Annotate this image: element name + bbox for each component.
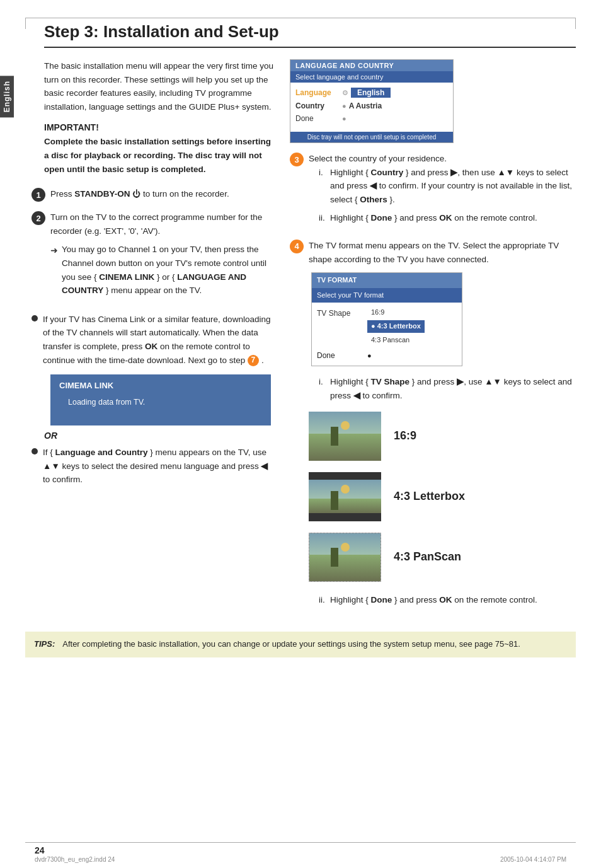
tv-done-dot: ● — [367, 350, 372, 362]
shape-name-panscan: 4:3 PanScan — [394, 548, 461, 566]
important-body: Complete the basic installation settings… — [44, 135, 277, 176]
tips-box: TIPS: After completing the basic install… — [25, 632, 576, 657]
cinema-link-body: Loading data from TV. — [59, 398, 262, 407]
important-box: IMPORTANT! Complete the basic installati… — [44, 122, 277, 176]
step-1-num: 1 — [31, 188, 45, 202]
step-3-sub-i: i. Highlight { Country } and press , the… — [319, 166, 576, 207]
step-3-sub-ii: ii. Highlight { Done } and press OK on t… — [319, 211, 576, 225]
step-3-sub-ii-content: Highlight { Done } and press OK on the r… — [330, 211, 576, 225]
language-label: Language — [295, 88, 340, 97]
keys-to-select-text: keys to select and press — [330, 377, 572, 400]
dot-2-content: If { Language and Country } menu appears… — [43, 446, 277, 487]
thumb-169 — [309, 412, 381, 461]
tv-shapes: 16:9 — [309, 412, 576, 582]
sidebar-label: English — [0, 76, 14, 117]
tv-done-row: Done ● — [317, 350, 457, 362]
lang-gear-icon: ⚙ — [342, 89, 348, 97]
country-label: Country — [295, 101, 340, 110]
step-2-content: Turn on the TV to the correct programme … — [50, 211, 277, 304]
lang-country-box: LANGUAGE AND COUNTRY Select language and… — [290, 59, 454, 143]
step-4-sub-i-content: Highlight { TV Shape } and press , use k… — [330, 375, 576, 402]
tv-shape-label: TV Shape — [317, 306, 367, 320]
ui-notice: Disc tray will not open until setup is c… — [290, 132, 453, 142]
step-4-num: 4 — [290, 240, 304, 253]
step-3-num: 3 — [290, 153, 304, 166]
step-1-content: Press STANDBY-ON ⏻ to turn on the record… — [50, 187, 277, 201]
step-4-sub-ii-label: ii. — [319, 593, 330, 607]
dot-bullet-1: If your TV has Cinema Link or a similar … — [25, 313, 277, 367]
thumb-panscan — [309, 533, 381, 582]
footer-file: dvdr7300h_eu_eng2.indd 24 — [35, 856, 115, 863]
dot-bullet-2: If { Language and Country } menu appears… — [25, 446, 277, 487]
step-2: 2 Turn on the TV to the correct programm… — [31, 211, 277, 304]
done-row: Done ● — [295, 114, 448, 123]
step-1: 1 Press STANDBY-ON ⏻ to turn on the reco… — [31, 187, 277, 202]
tv-shape-options: 16:9 ● 4:3 Letterbox 4:3 Panscan — [367, 306, 425, 346]
tips-text: After completing the basic installation,… — [62, 638, 520, 651]
country-value: A Austria — [349, 101, 382, 110]
tv-shape-panscan: 4:3 PanScan — [309, 533, 576, 582]
step-4-substep-ii-wrap: ii. Highlight { Done } and press OK on t… — [319, 593, 576, 607]
country-row: Country ● A Austria — [295, 101, 448, 110]
tv-option-panscan: 4:3 Panscan — [367, 334, 425, 347]
cinema-link-box: CIMEMA LINK Loading data from TV. — [50, 374, 271, 425]
language-value: English — [351, 88, 391, 98]
page-right-corner — [575, 18, 576, 29]
lang-country-box-subtitle: Select language and country — [290, 71, 453, 83]
step-3-substeps: i. Highlight { Country } and press , the… — [319, 166, 576, 225]
step-2-arrow-text: You may go to Channel 1 on your TV, then… — [62, 243, 277, 297]
tv-format-subtitle: Select your TV format — [312, 288, 462, 303]
important-title: IMPORTANT! — [44, 122, 277, 132]
step-4-content: The TV format menu appears on the TV. Se… — [309, 239, 576, 611]
step-4: 4 The TV format menu appears on the TV. … — [290, 239, 576, 611]
page-left-corner — [25, 18, 26, 29]
step-4-sub-i-label: i. — [319, 375, 330, 389]
tv-option-letterbox: ● 4:3 Letterbox — [367, 320, 425, 333]
page-number: 24 — [35, 845, 45, 855]
shape-name-letterbox: 4:3 Letterbox — [394, 487, 465, 506]
footer-date: 2005-10-04 4:14:07 PM — [500, 856, 566, 863]
step-3: 3 Select the country of your residence. … — [290, 152, 576, 230]
step-3-sub-ii-label: ii. — [319, 211, 330, 225]
right-column: LANGUAGE AND COUNTRY Select language and… — [290, 59, 576, 620]
page-top-border — [25, 18, 576, 18]
tips-label: TIPS: — [34, 638, 55, 651]
tv-format-box: TV FORMAT Select your TV format TV Shape… — [311, 272, 462, 366]
step-4-sub-ii: ii. Highlight { Done } and press OK on t… — [319, 593, 576, 607]
tv-format-title: TV FORMAT — [312, 273, 462, 288]
intro-text: The basic installation menu will appear … — [44, 59, 277, 113]
page-title: Step 3: Installation and Set-up — [44, 22, 576, 48]
tv-shape-row: TV Shape 16:9 ● 4:3 Letterbox 4:3 Pansca… — [317, 306, 457, 346]
step-4-sub-ii-content: Highlight { Done } and press OK on the r… — [330, 593, 576, 607]
step-3-sub-i-label: i. — [319, 166, 330, 180]
done-label: Done — [295, 114, 340, 123]
tv-option-169: 16:9 — [367, 306, 425, 319]
or-text: OR — [44, 431, 277, 441]
left-column: The basic installation menu will appear … — [25, 59, 277, 620]
done-dot-icon: ● — [342, 115, 346, 122]
dot-icon-2 — [31, 448, 38, 454]
shape-name-169: 16:9 — [394, 427, 416, 445]
step-circle-7: 7 — [248, 355, 259, 366]
arrow-icon: ➜ — [50, 243, 58, 257]
country-dot-icon: ● — [342, 102, 346, 110]
page-bottom-border — [25, 842, 576, 843]
step-4-substeps: i. Highlight { TV Shape } and press , us… — [319, 375, 576, 402]
step-3-sub-i-content: Highlight { Country } and press , then u… — [330, 166, 576, 207]
lang-country-box-title: LANGUAGE AND COUNTRY — [290, 60, 453, 71]
tv-shape-169: 16:9 — [309, 412, 576, 461]
thumb-letterbox — [309, 472, 381, 521]
dot-1-content: If your TV has Cinema Link or a similar … — [43, 313, 277, 367]
dot-icon — [31, 315, 38, 321]
tv-done-label: Done — [317, 350, 367, 362]
tv-shape-letterbox: 4:3 Letterbox — [309, 472, 576, 521]
step-3-content: Select the country of your residence. i.… — [309, 152, 576, 230]
step-2-num: 2 — [31, 211, 45, 225]
cinema-link-title: CIMEMA LINK — [59, 381, 262, 390]
language-row: Language ⚙ English — [295, 88, 448, 98]
step-4-sub-i: i. Highlight { TV Shape } and press , us… — [319, 375, 576, 402]
